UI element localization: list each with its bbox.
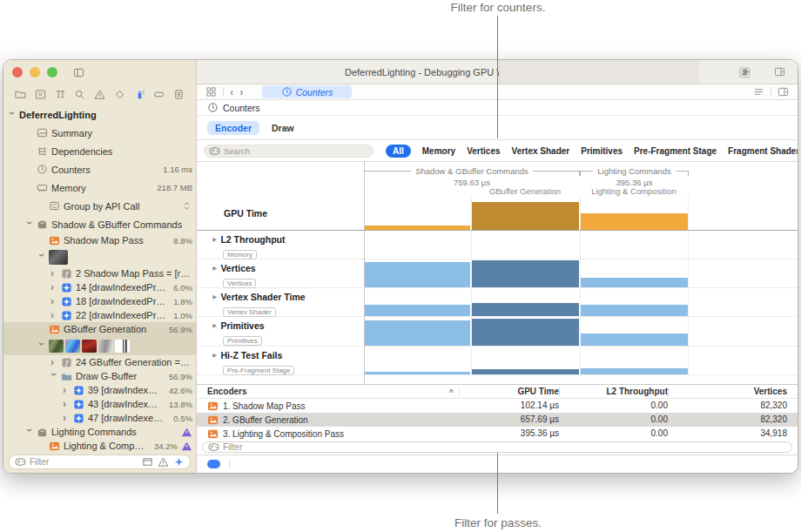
disclosure-right-icon[interactable]: › <box>50 359 57 366</box>
tab-overview-icon[interactable] <box>774 66 785 77</box>
sidebar-item-22-drawindexedprimitiv[interactable]: ›22 [drawIndexedPrimitiv…1.0% <box>3 308 196 322</box>
sidebar-item-lighting-commands[interactable]: ›Lighting Commands <box>3 425 196 439</box>
disclosure-down-icon[interactable]: › <box>26 221 33 228</box>
sidebar-item-14-drawindexedprimitiv[interactable]: ›14 [drawIndexedPrimitiv…6.0% <box>3 280 196 294</box>
sparkleB-icon[interactable] <box>173 456 185 468</box>
passes-filter-field[interactable]: Filter <box>202 441 792 453</box>
counter-filter-all[interactable]: All <box>386 145 411 158</box>
row-disclosure-icon[interactable]: ▶ <box>212 352 217 358</box>
sidebar-item-39-drawindexedpri[interactable]: ›39 [drawIndexedPri…42.6% <box>3 383 196 397</box>
navigator-tab-spray-icon[interactable] <box>134 89 145 100</box>
forward-button[interactable]: › <box>239 87 243 98</box>
navigator-tab-doc-icon[interactable] <box>173 89 185 100</box>
counter-filter-memory[interactable]: Memory <box>422 146 455 156</box>
funcF-icon: ƒ <box>61 357 72 368</box>
sidebar-item-lighting-composition[interactable]: ›Lighting & Composition…34.2% <box>3 439 196 452</box>
row-disclosure-icon[interactable]: ▶ <box>212 236 217 242</box>
counter-row-l2-throughput[interactable]: ▶L2 ThroughputMemory <box>197 231 798 259</box>
disclosure-down-icon[interactable]: › <box>50 373 57 380</box>
back-button[interactable]: ‹ <box>230 87 233 98</box>
texture-thumbnail[interactable] <box>115 340 130 353</box>
disclosure-down-icon[interactable]: › <box>38 342 45 349</box>
segment-encoder[interactable]: Encoder <box>207 121 259 135</box>
sidebar-toggle-icon[interactable] <box>73 67 84 78</box>
disclosure-right-icon[interactable]: › <box>63 414 70 421</box>
new-tab-button[interactable]: + <box>743 65 750 77</box>
row-disclosure-icon[interactable]: ▶ <box>212 293 217 300</box>
sidebar-item-thumbnails[interactable]: › <box>3 247 196 266</box>
disclosure-right-icon[interactable]: › <box>63 387 70 394</box>
minimize-button[interactable] <box>30 67 40 77</box>
inspector-panel-icon[interactable] <box>777 86 789 98</box>
navigator-tab-warn-icon[interactable] <box>94 89 105 100</box>
sidebar-item-shadow-map-pass[interactable]: ›Shadow Map Pass8.8% <box>3 233 196 247</box>
encoder-row-3-lighting-composition-pass[interactable]: 3. Lighting & Composition Pass395.36 µs0… <box>197 427 798 441</box>
tab-counters[interactable]: Counters <box>262 85 353 98</box>
jump-bar[interactable]: Counters <box>197 100 798 116</box>
tab-bar-rest[interactable] <box>499 60 699 84</box>
disclosure-right-icon[interactable]: › <box>50 270 57 277</box>
navigator-tab-posts-icon[interactable] <box>55 89 66 100</box>
texture-thumbnail[interactable] <box>49 250 68 265</box>
sidebar-item-draw-g-buffer[interactable]: ›Draw G-Buffer56.9% <box>3 369 196 383</box>
row-disclosure-icon[interactable]: ▶ <box>212 265 217 271</box>
sidebar-item-summary[interactable]: ›Summary <box>3 124 196 142</box>
disclosure-right-icon[interactable]: › <box>50 298 57 305</box>
sidebar-item-deferredlighting[interactable]: ›DeferredLighting <box>3 105 196 124</box>
sidebar-item-18-drawindexedprimitiv[interactable]: ›18 [drawIndexedPrimitiv…1.8% <box>3 294 196 308</box>
counter-row-hi-z-test-fails[interactable]: ▶Hi-Z Test FailsPre-Fragment Stage <box>197 347 798 375</box>
zoom-button[interactable] <box>47 67 57 77</box>
segment-draw[interactable]: Draw <box>272 123 294 133</box>
counter-filter-fragment-shader[interactable]: Fragment Shader <box>728 146 798 156</box>
encoder-row-2-gbuffer-generation[interactable]: 2. GBuffer Generation657.69 µs0.0082,320 <box>197 413 798 427</box>
counter-filter-vertex-shader[interactable]: Vertex Shader <box>512 146 570 156</box>
label-column-divider <box>364 162 365 384</box>
counter-row-primitives[interactable]: ▶PrimitivesPrimitives <box>197 317 798 347</box>
disclosure-right-icon[interactable]: › <box>50 284 57 291</box>
counter-bar <box>472 369 579 374</box>
navigator-tab-capsule-icon[interactable] <box>153 89 165 100</box>
texture-thumbnail[interactable] <box>82 340 97 353</box>
counter-row-gpu-time[interactable]: GPU Time <box>197 197 798 231</box>
sidebar-item-2-shadow-map-pass-render[interactable]: ›ƒ2 Shadow Map Pass = [render… <box>3 266 196 280</box>
counter-row-vertices[interactable]: ▶VerticesVertices <box>197 259 798 288</box>
sidebar-item-counters[interactable]: ›Counters1.16 ms <box>3 160 196 178</box>
frame-icon[interactable] <box>142 456 153 468</box>
grid-icon[interactable] <box>205 86 217 98</box>
disclosure-down-icon[interactable]: › <box>9 111 16 118</box>
page: Filter for counters. Filter for passes. … <box>0 0 801 532</box>
sidebar-item-thumbnails[interactable]: › <box>3 336 196 355</box>
encoder-row-1-shadow-map-pass[interactable]: 1. Shadow Map Pass102.14 µs0.0082,320 <box>197 399 798 413</box>
sidebar-item-memory[interactable]: ›Memory218.7 MB <box>3 178 196 197</box>
sidebar-item-dependencies[interactable]: ›Dependencies <box>3 142 196 160</box>
sidebar-item-24-gbuffer-generation-ren[interactable]: ›ƒ24 GBuffer Generation = [ren… <box>3 355 196 369</box>
sidebar-item-shadow-gbuffer-commands[interactable]: ›Shadow & GBuffer Commands <box>3 215 196 233</box>
disclosure-right-icon[interactable]: › <box>50 312 57 319</box>
texture-thumbnail[interactable] <box>98 340 113 353</box>
counter-filter-pre-fragment-stage[interactable]: Pre-Fragment Stage <box>634 146 717 156</box>
navigator-tab-diamond-icon[interactable] <box>114 89 125 100</box>
disclosure-down-icon[interactable]: › <box>26 428 33 435</box>
row-disclosure-icon[interactable]: ▶ <box>212 322 217 328</box>
counter-filter-primitives[interactable]: Primitives <box>581 146 623 156</box>
texture-thumbnail[interactable] <box>49 340 64 353</box>
disclosure-down-icon[interactable]: › <box>38 253 45 260</box>
disclosure-right-icon[interactable]: › <box>63 401 70 407</box>
counter-filter-vertices[interactable]: Vertices <box>467 146 500 156</box>
navigator-tab-folder-icon[interactable] <box>15 89 26 100</box>
navigator-filter-field[interactable]: Filter <box>9 455 191 469</box>
counter-row-vertex-shader-time[interactable]: ▶Vertex Shader TimeVertex Shader <box>197 288 798 317</box>
sidebar-item-47-drawindexedprimi[interactable]: ›47 [drawIndexedPrimi…0.5% <box>3 411 196 425</box>
line-list-icon[interactable] <box>753 86 764 98</box>
close-button[interactable] <box>12 67 23 77</box>
sidebar-item-43-drawindexedprim[interactable]: ›43 [drawIndexedPrim…13.8% <box>3 397 196 411</box>
sidebar-item-group-by-api-call[interactable]: ›CGroup by API Call <box>3 197 196 215</box>
navigator-tab-search-icon[interactable] <box>74 89 85 100</box>
warnO-icon[interactable] <box>158 456 169 468</box>
texture-thumbnail[interactable] <box>65 340 80 353</box>
encoders-table-header[interactable]: Encoders^GPU TimeL2 ThroughputVertices <box>197 385 798 399</box>
sidebar-item-gbuffer-generation[interactable]: ›GBuffer Generation56.9% <box>3 322 196 336</box>
counters-view-toggle[interactable] <box>207 460 220 468</box>
search-field[interactable]: Search <box>204 145 374 158</box>
navigator-tab-xsquare-icon[interactable] <box>35 89 46 100</box>
